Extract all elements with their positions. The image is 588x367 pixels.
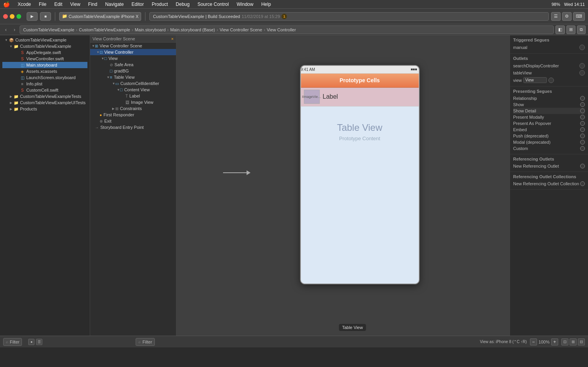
segue-show-circle[interactable]	[580, 102, 585, 107]
nav-label-tests: CustomTableViewExampleTests	[20, 94, 81, 99]
menu-source-control[interactable]: Source Control	[196, 1, 230, 7]
zoom-in-button[interactable]: +	[551, 338, 558, 345]
standard-editor[interactable]: ◧	[555, 25, 565, 34]
center-button[interactable]: ⊞	[570, 338, 577, 345]
filter-left[interactable]: ⌕ Filter	[3, 338, 22, 346]
zoom-out-button[interactable]: −	[530, 338, 537, 345]
iphone-mockup[interactable]: 9:41 AM ■■■ Prototype Cells IImageVie… L…	[300, 65, 419, 284]
menu-product[interactable]: Product	[150, 1, 169, 7]
fit-button[interactable]: ⊡	[561, 338, 568, 345]
bc-file[interactable]: Main.storyboard	[135, 27, 166, 32]
segue-custom-label: Custom	[513, 146, 528, 151]
nav-item-customcell[interactable]: ▶ S CustomCell.swift	[2, 87, 87, 93]
scheme-selector[interactable]: 📁 CustomTableViewExample iPhone X	[59, 12, 141, 21]
doc-imageview[interactable]: 🖼 Image View	[90, 99, 176, 105]
doc-entrypoint[interactable]: → Storyboard Entry Point	[90, 124, 176, 130]
minimize-button[interactable]	[10, 14, 15, 19]
nav-item-launchscreen[interactable]: ▶ ◫ LaunchScreen.storyboard	[2, 74, 87, 81]
nav-item-assets[interactable]: ▶ ◈ Assets.xcassets	[2, 68, 87, 74]
document-tree: View Controller Scene × ▼ ⊞ View Control…	[90, 35, 176, 336]
storyboard-canvas[interactable]: 9:41 AM ■■■ Prototype Cells IImageVie… L…	[176, 35, 510, 336]
doc-cellidentifier[interactable]: ▼ ▭ CustomCellIdentifier	[90, 80, 176, 87]
menu-help[interactable]: Help	[260, 1, 272, 7]
bc-base[interactable]: Main.storyboard (Base)	[170, 27, 215, 32]
filter-option-1[interactable]: ●	[28, 339, 34, 345]
new-ref-collection-circle[interactable]	[580, 181, 585, 186]
doc-vc[interactable]: ▼ ⊡ View Controller	[90, 49, 176, 55]
segue-presentmodally-circle[interactable]	[580, 115, 585, 119]
segue-embed-circle[interactable]	[580, 127, 585, 132]
doc-constraints[interactable]: ▶ ⊞ Constraints	[90, 105, 176, 112]
version-editor[interactable]: ⧉	[577, 25, 586, 34]
assistant-editor[interactable]: ⊞	[566, 25, 575, 34]
nav-item-mainstoryboard[interactable]: ▶ ◫ Main.storyboard	[2, 62, 87, 68]
stop-button[interactable]: ■	[40, 12, 51, 21]
doc-view[interactable]: ▼ □ View	[90, 55, 176, 61]
menu-view[interactable]: View	[69, 1, 82, 7]
back-button[interactable]: ‹	[2, 26, 9, 33]
menu-editor[interactable]: Editor	[130, 1, 145, 7]
bc-sep-3: ›	[167, 27, 169, 32]
menu-xcode[interactable]: Xcode	[16, 1, 33, 7]
doc-gradbg[interactable]: □ gradBG	[90, 68, 176, 74]
iphone-table-area[interactable]: IImageVie… Label Table View Prototype Co…	[301, 88, 419, 284]
segue-relationship-circle[interactable]	[580, 96, 585, 101]
menu-file[interactable]: File	[37, 1, 48, 7]
view-icon: □	[104, 56, 107, 61]
menu-navigate[interactable]: Navigate	[103, 1, 125, 7]
doc-label-tableview: Table View	[114, 75, 134, 80]
nav-item-products[interactable]: ▶ 📁 Products	[2, 106, 87, 112]
zoom-controls: − 100% +	[530, 338, 558, 345]
segue-modal-circle[interactable]	[580, 140, 585, 145]
menu-find[interactable]: Find	[87, 1, 99, 7]
nav-item-root[interactable]: ▼ 📦 CustomTableViewExample	[2, 37, 87, 43]
menu-edit[interactable]: Edit	[53, 1, 64, 7]
filter-right[interactable]: ⌕ Filter	[136, 338, 154, 346]
outlet-search-circle[interactable]	[579, 63, 585, 69]
new-ref-outlet-circle[interactable]	[580, 164, 585, 168]
menu-window[interactable]: Window	[235, 1, 255, 7]
nav-item-uitests[interactable]: ▶ 📁 CustomTableViewExampleUITests	[2, 99, 87, 106]
nav-items-container: ▼ 📦 CustomTableViewExample ▼ 📁 CustomTab…	[0, 35, 90, 114]
nav-item-tests[interactable]: ▶ 📁 CustomTableViewExampleTests	[2, 93, 87, 99]
scene-close-button[interactable]: ×	[171, 36, 174, 41]
segue-custom-circle[interactable]	[580, 146, 585, 151]
manual-circle[interactable]	[579, 45, 585, 50]
doc-safearea[interactable]: ⊘ Safe Area	[90, 61, 176, 68]
grid-button[interactable]: ⊟	[578, 338, 585, 345]
segue-push-circle[interactable]	[580, 134, 585, 138]
nav-item-appdelegate[interactable]: ▶ S AppDelegate.swift	[2, 49, 87, 56]
build-status-text: CustomTableViewExample | Build Succeeded	[153, 14, 240, 19]
outlet-view-input[interactable]	[523, 77, 547, 83]
outlet-view-circle[interactable]	[548, 78, 554, 83]
menu-debug[interactable]: Debug	[174, 1, 191, 7]
forward-button[interactable]: ›	[11, 26, 18, 33]
expand-triangle-2: ▼	[9, 45, 13, 48]
close-button[interactable]	[3, 14, 8, 19]
nav-item-group[interactable]: ▼ 📁 CustomTableViewExample	[2, 43, 87, 49]
segue-popover-circle[interactable]	[580, 121, 585, 126]
doc-firstresponder[interactable]: ● First Responder	[90, 112, 176, 118]
debug-toggle[interactable]: ⌨	[573, 12, 585, 21]
doc-contentview[interactable]: ▼ □ Content View	[90, 87, 176, 93]
doc-tableview[interactable]: ▼ ≡ Table View	[90, 74, 176, 80]
nav-item-infoplist[interactable]: ▶ ≡ Info.plist	[2, 81, 87, 87]
prototype-cell[interactable]: IImageVie… Label	[301, 88, 419, 107]
run-button[interactable]: ▶	[27, 12, 38, 21]
bc-project[interactable]: CustomTableViewExample	[23, 27, 74, 32]
inspector-toggle[interactable]: ⚙	[562, 12, 572, 21]
doc-label[interactable]: T Label	[90, 93, 176, 99]
outlet-tableview-circle[interactable]	[579, 70, 585, 76]
segue-showdetail-circle[interactable]	[580, 108, 585, 113]
bc-target[interactable]: CustomTableViewExample	[79, 27, 130, 32]
bc-scene[interactable]: View Controller Scene	[220, 27, 262, 32]
maximize-button[interactable]	[16, 14, 21, 19]
filter-option-2[interactable]: ☰	[36, 339, 42, 345]
doc-vc-scene[interactable]: ▼ ⊞ View Controller Scene	[90, 43, 176, 49]
navigator-toggle[interactable]: ☰	[551, 12, 561, 21]
bc-vc[interactable]: View Controller	[267, 27, 296, 32]
doc-exit[interactable]: ⊗ Exit	[90, 118, 176, 124]
apple-menu[interactable]: 🍎	[3, 1, 10, 7]
nav-label-uitests: CustomTableViewExampleUITests	[20, 100, 85, 105]
nav-item-viewcontroller[interactable]: ▶ S ViewController.swift	[2, 56, 87, 62]
